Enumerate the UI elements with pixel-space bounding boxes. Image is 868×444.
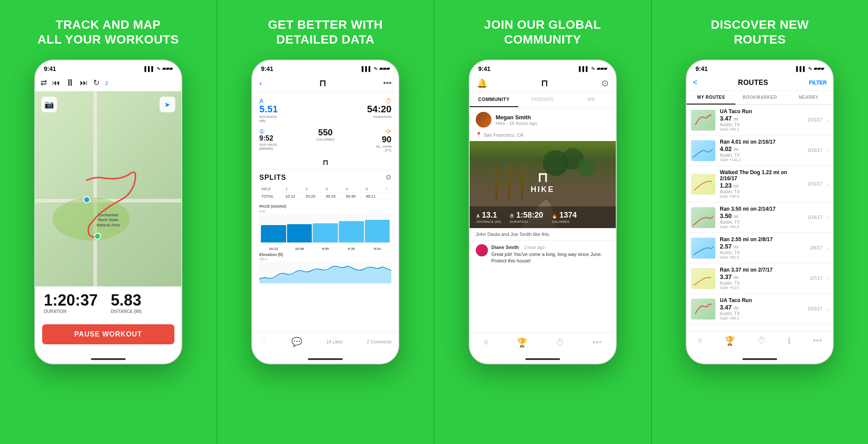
hike-logo-icon: ⊓ [531, 170, 554, 185]
route-item-5[interactable]: Ran 2.55 mi on 2/8/17 2.57 mi Austin, TX… [687, 233, 833, 263]
prev-btn[interactable]: ⏮ [52, 78, 60, 87]
panel-1: TRACK AND MAP ALL YOUR WORKOUTS 9:41 ▌▌▌… [0, 0, 217, 444]
mile-3-header: 3 [324, 186, 344, 192]
splits-settings-icon[interactable]: ⚙ [385, 173, 391, 182]
route-item-6[interactable]: Ran 3.37 mi on 2/7/17 3.37 mi Austin, TX… [687, 263, 833, 294]
distance-value: 5.83 [111, 293, 142, 308]
elevation-chart [259, 262, 391, 283]
tab-bookmarked[interactable]: BOOKMARKED [735, 91, 784, 104]
battery-icon-4: ▰▰▰ [814, 66, 824, 71]
pause-btn-ctrl[interactable]: ⏸ [65, 77, 75, 88]
data-content: A 5.51 DISTANCE(MI) ⏱ 54:20 DURATION ① 9… [252, 92, 398, 332]
stat-cal-lbl: CALORIES [304, 138, 346, 141]
route-thumb-6 [691, 268, 715, 289]
route-info-7: UA Taco Run 3.47 mi Austin, TX Gain +59.… [720, 297, 803, 320]
home-indicator-3 [470, 352, 616, 363]
bar-1 [261, 225, 286, 242]
more-icon[interactable]: ••• [592, 337, 601, 348]
map-route-svg [35, 91, 181, 286]
elevation-label: Elevation (ft) [259, 252, 391, 257]
battery-icon-2: ▰▰▰ [379, 66, 390, 71]
route-item-3[interactable]: Walked The Dog 1.22 mi on 2/16/17 1.23 m… [687, 166, 833, 202]
bar-3 [313, 223, 338, 243]
wifi-icon: ∿ [157, 66, 160, 71]
ws-dur-val: ⏱ 1:58:20 [510, 211, 543, 220]
panel-3-title: JOIN OUR GLOBALCOMMUNITY [484, 17, 601, 47]
list-icon[interactable]: ≡ [484, 337, 489, 348]
status-time-3: 9:41 [478, 65, 491, 72]
post-meta: Hike · 16 hours ago [496, 121, 537, 126]
next-btn[interactable]: ⏭ [80, 78, 88, 87]
pause-workout-button[interactable]: PAUSE WORKOUT [42, 324, 174, 344]
location-pin-icon: 📍 [476, 132, 482, 138]
comment-content: Diane Smith 1 hour ago Great job! You've… [491, 244, 610, 264]
notification-icon[interactable]: 🔔 [477, 78, 487, 88]
route-name-6: Ran 3.37 mi on 2/7/17 [720, 267, 806, 273]
stat-gain-lbl: EL. GAIN(FT) [350, 145, 391, 152]
post-user-info: Megan Smith Hike · 16 hours ago [496, 114, 537, 126]
panel-2-title: GET BETTER WITHDETAILED DATA [268, 17, 383, 47]
elevation-value: 505.4 [259, 258, 391, 261]
post-avatar [476, 112, 491, 128]
routes-info-icon[interactable]: ℹ [788, 336, 791, 346]
panel-1-title: TRACK AND MAP ALL YOUR WORKOUTS [37, 17, 179, 47]
route-item-1[interactable]: UA Taco Run 3.47 mi Austin, TX Gain +59.… [687, 105, 833, 135]
routes-clock-icon[interactable]: ⏱ [757, 336, 766, 346]
routes-trophy-icon[interactable]: 🏆 [724, 336, 735, 346]
bar-2 [287, 224, 312, 242]
route-info-4: Ran 3.50 mi on 2/14/17 3.50 mi Austin, T… [720, 206, 803, 229]
route-item-2[interactable]: Ran 4.01 mi on 2/16/17 4.02 mi Austin, T… [687, 135, 833, 166]
stats-grid: A 5.51 DISTANCE(MI) ⏱ 54:20 DURATION [259, 98, 391, 123]
routes-filter-btn[interactable]: FILTER [809, 80, 827, 86]
gain-icon: ⟳ [350, 128, 391, 135]
stat-calories: 550 CALORIES [304, 128, 346, 152]
total-4: 39:48 [344, 193, 364, 200]
more-btn-2[interactable]: ••• [383, 79, 391, 88]
tab-me[interactable]: ME [567, 92, 616, 107]
bar-lbl-5: 9:24 [365, 247, 390, 251]
routes-list-icon[interactable]: ≡ [698, 336, 703, 346]
playback-controls: ⇄ ⏮ ⏸ ⏭ ↻ ♪ [35, 74, 181, 91]
route-info-1: UA Taco Run 3.47 mi Austin, TX Gain +59.… [720, 108, 803, 131]
trophy-icon[interactable]: 🏆 [517, 337, 527, 348]
route-gain-6: Gain +52.5 [720, 286, 806, 290]
timer-icon[interactable]: ⊙ [601, 78, 609, 88]
route-name-5: Ran 2.55 mi on 2/8/17 [720, 236, 806, 242]
mile-2-header: 2 [304, 186, 323, 192]
home-bar-4 [742, 358, 777, 360]
repeat-btn[interactable]: ↻ [93, 78, 100, 87]
map-area-label: Enchanted Rock State Natural Area [97, 213, 120, 228]
music-btn[interactable]: ♪ [105, 78, 109, 87]
status-icons-2: ▌▌▌ ∿ ▰▰▰ [362, 66, 390, 71]
like-icon[interactable]: ♡ [259, 336, 267, 347]
shuffle-btn[interactable]: ⇄ [40, 78, 47, 87]
bar-lbl-3: 9:59 [313, 247, 338, 251]
camera-btn[interactable]: 📷 [41, 97, 57, 112]
mile-header: MILE [260, 186, 283, 192]
routes-more-icon[interactable]: ••• [813, 336, 822, 346]
community-footer: ≡ 🏆 ⏱ ••• [470, 333, 616, 352]
ws-cal-lbl: CALORIES [552, 220, 577, 224]
mile-4-header: 4 [344, 186, 364, 192]
comment-icon[interactable]: 💬 [291, 336, 302, 347]
route-item-4[interactable]: Ran 3.50 mi on 2/14/17 3.50 mi Austin, T… [687, 202, 833, 233]
duration-stat: 1:20:37 DURATION [44, 293, 98, 314]
route-dist-6: 3.37 [720, 273, 731, 280]
tab-community[interactable]: COMMUNITY [470, 92, 518, 107]
duration-value: 1:20:37 [44, 293, 98, 308]
route-date-5: 2/8/17 [810, 246, 822, 250]
home-indicator-1 [35, 351, 181, 363]
route-gain-2: Gain +141.1 [720, 158, 803, 162]
back-btn-2[interactable]: ‹ [259, 79, 262, 88]
location-btn[interactable]: ➤ [160, 97, 175, 112]
route-item-7[interactable]: UA Taco Run 3.47 mi Austin, TX Gain +59.… [687, 294, 833, 324]
location-text: San Francisco, CA [484, 132, 524, 138]
tab-friends[interactable]: FRIENDS [518, 92, 567, 107]
tab-my-routes[interactable]: MY ROUTES [687, 91, 735, 104]
routes-back-btn[interactable]: < [693, 78, 698, 87]
tab-nearby[interactable]: NEARBY [784, 91, 833, 104]
clock-icon[interactable]: ⏱ [556, 337, 564, 348]
bar-4 [339, 221, 364, 243]
ua-logo-2: ⊓ [319, 78, 326, 88]
status-bar-3: 9:41 ▌▌▌ ∿ ▰▰▰ [470, 61, 616, 74]
